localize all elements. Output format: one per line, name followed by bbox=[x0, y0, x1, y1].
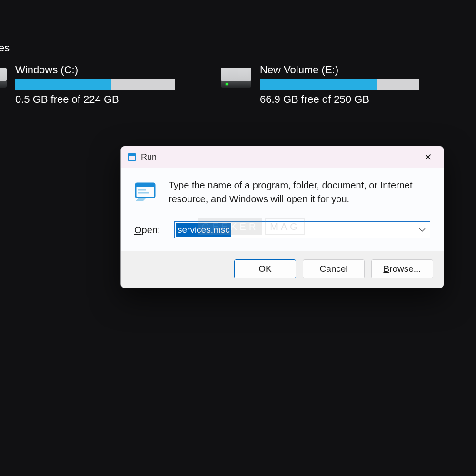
open-label: Open: bbox=[134, 225, 168, 236]
divider bbox=[0, 24, 476, 24]
dialog-description: Type the name of a program, folder, docu… bbox=[169, 178, 430, 206]
drives-section-heading: ves bbox=[0, 42, 10, 54]
close-button[interactable]: ✕ bbox=[418, 149, 438, 165]
disk-icon bbox=[0, 64, 7, 87]
drive-stats: 66.9 GB free of 250 GB bbox=[260, 93, 426, 106]
run-large-icon bbox=[134, 180, 158, 201]
run-icon bbox=[128, 153, 136, 161]
drive-stats: 0.5 GB free of 224 GB bbox=[15, 93, 181, 106]
dialog-title: Run bbox=[141, 152, 157, 162]
drive-name: New Volume (E:) bbox=[260, 64, 426, 76]
drive-item[interactable]: Windows (C:) 0.5 GB free of 224 GB bbox=[0, 64, 181, 106]
cancel-button[interactable]: Cancel bbox=[303, 259, 365, 278]
titlebar[interactable]: Run ✕ bbox=[121, 146, 444, 168]
dialog-button-row: OK Cancel Browse... bbox=[121, 251, 444, 288]
drive-usage-bar bbox=[260, 79, 419, 90]
ok-button-label: OK bbox=[258, 264, 271, 274]
drive-usage-bar bbox=[15, 79, 175, 90]
open-combobox[interactable]: services.msc bbox=[174, 221, 430, 238]
drive-usage-fill bbox=[15, 79, 111, 90]
browse-button-label: Browse... bbox=[383, 264, 421, 274]
drives-list: Windows (C:) 0.5 GB free of 224 GB New V… bbox=[0, 64, 426, 106]
close-icon: ✕ bbox=[424, 152, 432, 162]
open-input[interactable] bbox=[174, 221, 430, 238]
ok-button[interactable]: OK bbox=[234, 259, 296, 278]
drive-info: Windows (C:) 0.5 GB free of 224 GB bbox=[15, 64, 181, 106]
drive-info: New Volume (E:) 66.9 GB free of 250 GB bbox=[260, 64, 426, 106]
drive-item[interactable]: New Volume (E:) 66.9 GB free of 250 GB bbox=[221, 64, 426, 106]
svg-rect-1 bbox=[136, 183, 155, 187]
run-dialog: Run ✕ Type the name of a program, folder… bbox=[120, 146, 444, 288]
drive-name: Windows (C:) bbox=[15, 64, 181, 76]
disk-icon bbox=[221, 64, 251, 87]
cancel-button-label: Cancel bbox=[319, 264, 347, 274]
drive-usage-fill bbox=[260, 79, 377, 90]
browse-button[interactable]: Browse... bbox=[371, 259, 433, 278]
